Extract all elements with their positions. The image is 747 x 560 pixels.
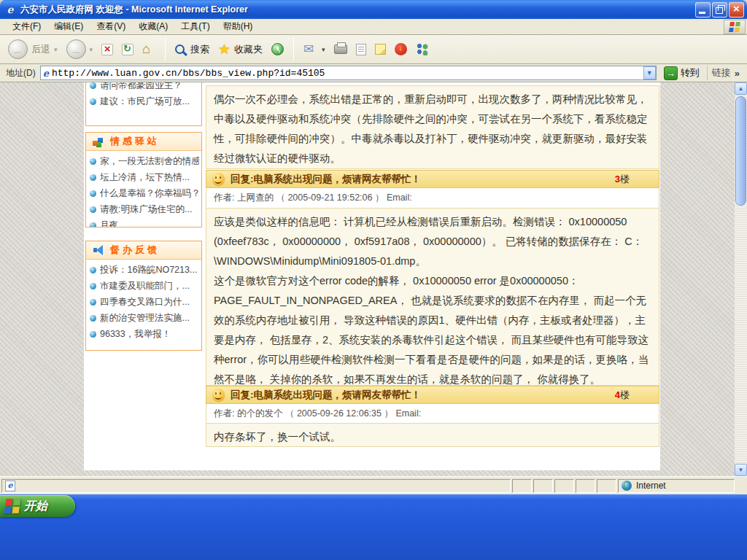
refresh-icon <box>122 44 133 55</box>
windows-flag-icon <box>4 499 21 513</box>
smiley-icon <box>212 389 225 401</box>
back-button[interactable]: ← 后退 ▾ <box>6 38 60 61</box>
author-line: 作者: 的个的发个 （ 2005-09-26 12:06:35 ） Email: <box>214 408 421 420</box>
download-badge-icon <box>395 43 407 55</box>
search-icon <box>175 44 185 54</box>
sidebar-link[interactable]: 请教:明珠广场住宅的... <box>90 201 199 217</box>
edit-button[interactable] <box>354 42 368 57</box>
address-field[interactable]: e ▼ <box>40 66 657 80</box>
printer-icon <box>334 44 347 54</box>
menu-favorites[interactable]: 收藏(A) <box>132 19 174 34</box>
sidebar-box-top: 请问帝都豪园业主？ 建议：市民广场可放... <box>85 82 202 126</box>
start-button[interactable]: 开始 <box>0 495 75 517</box>
stop-button[interactable] <box>99 42 115 57</box>
go-arrow-icon: → <box>664 66 678 80</box>
search-label: 搜索 <box>190 43 209 56</box>
sidebar-link[interactable]: 坛上冷清，坛下热情... <box>90 169 199 185</box>
links-menu[interactable]: 链接 » <box>707 66 744 80</box>
window-title: 六安市人民政府网 欢迎您 - Microsoft Internet Explor… <box>20 4 694 16</box>
reply-title: 回复:电脑系统出现问题，烦请网友帮帮忙！ <box>231 173 421 186</box>
sidebar-link[interactable]: 建议：市民广场可放... <box>90 93 199 109</box>
status-pane <box>576 479 595 493</box>
start-label: 开始 <box>24 499 47 514</box>
mail-icon <box>303 44 318 55</box>
download-tool-button[interactable] <box>392 42 409 57</box>
sidebar-link[interactable]: 家，一段无法割舍的情感 <box>90 153 199 169</box>
notes-button[interactable] <box>373 42 388 56</box>
sidebar-link[interactable]: 请问帝都豪园业主？ <box>90 82 199 93</box>
post-text: 应该是类似这样的信息吧： 计算机已经从检测错误后重新启动。检测错误： 0x100… <box>214 212 651 271</box>
forward-arrow-icon: → <box>66 39 86 59</box>
bullet-icon <box>90 82 96 89</box>
history-icon <box>271 43 284 55</box>
menu-tools[interactable]: 工具(T) <box>174 19 216 34</box>
sidebar-section-header: 督办反馈 <box>86 241 201 260</box>
home-button[interactable] <box>140 42 158 58</box>
favorites-button[interactable]: ★ 收藏夹 <box>216 41 265 58</box>
go-button[interactable]: → 转到 <box>661 66 703 81</box>
scroll-thumb[interactable] <box>735 96 746 206</box>
status-pane-main <box>1 479 511 493</box>
sidebar-link[interactable]: 新的治安管理法实施... <box>90 310 199 326</box>
messenger-button[interactable] <box>414 42 432 57</box>
sidebar-link[interactable]: 投诉：16路皖NO7213... <box>90 262 199 278</box>
status-pane <box>533 479 553 493</box>
address-dropdown-button[interactable]: ▼ <box>643 66 656 79</box>
bullet-icon <box>90 283 96 289</box>
home-icon <box>142 43 155 56</box>
sidebar-section-title: 情感驿站 <box>110 135 160 148</box>
sidebar-link[interactable]: 月夜 <box>90 217 199 228</box>
menu-file[interactable]: 文件(F) <box>6 19 47 34</box>
sidebar-link[interactable]: 什么是幸福？你幸福吗？ <box>90 185 199 201</box>
address-input[interactable] <box>52 68 643 79</box>
floor-badge: 3楼 <box>615 173 630 186</box>
links-label: 链接 <box>712 66 731 79</box>
mail-dropdown-icon[interactable]: ▾ <box>322 46 325 53</box>
forward-button[interactable]: → ▾ <box>64 38 96 61</box>
bullet-icon <box>90 190 96 197</box>
back-dropdown-icon[interactable]: ▾ <box>54 46 58 53</box>
menu-view[interactable]: 查看(V) <box>90 19 132 34</box>
ie-logo-icon: e <box>4 4 16 15</box>
close-button[interactable] <box>729 2 744 18</box>
refresh-button[interactable] <box>120 42 136 57</box>
sidebar-link[interactable]: 四季春交叉路口为什... <box>90 294 199 310</box>
bullet-icon <box>90 222 96 228</box>
menu-help[interactable]: 帮助(H) <box>217 19 260 34</box>
scroll-up-button[interactable]: ▲ <box>735 82 747 95</box>
star-icon: ★ <box>218 42 231 56</box>
post-text: 偶尔一次不必理会，系统出错是正常的，重新启动即可，出现次数多了，两种情况比较常见… <box>214 90 651 168</box>
sidebar-section-header: 情感驿站 <box>86 133 201 151</box>
messenger-people-icon <box>416 43 430 55</box>
megaphone-icon <box>93 245 104 255</box>
sidebar-link[interactable]: 96333，我举报！ <box>90 326 199 342</box>
forward-dropdown-icon[interactable]: ▾ <box>90 46 93 53</box>
back-label: 后退 <box>31 43 50 56</box>
zone-label: Internet <box>636 481 666 491</box>
sidebar-section-emotions: 情感驿站 家，一段无法割舍的情感 坛上冷清，坛下热情... 什么是幸福？你幸福吗… <box>85 132 202 228</box>
print-button[interactable] <box>332 43 349 55</box>
smiley-icon <box>212 173 225 185</box>
sidebar-link[interactable]: 市建委及职能部门，... <box>90 278 199 294</box>
vertical-scrollbar[interactable]: ▲ ▼ <box>735 82 747 476</box>
post-text: 内存条坏了，换一个试试。 <box>214 427 651 447</box>
sidebar-section-title: 督办反馈 <box>110 244 160 257</box>
post-body-intro: 偶尔一次不必理会，系统出错是正常的，重新启动即可，出现次数多了，两种情况比较常见… <box>206 85 659 169</box>
floor-badge: 4楼 <box>615 389 630 402</box>
search-button[interactable]: 搜索 <box>173 42 212 58</box>
standard-toolbar: ← 后退 ▾ → ▾ 搜索 ★ 收藏夹 ▾ <box>0 35 747 64</box>
menu-edit[interactable]: 编辑(E) <box>47 19 90 34</box>
history-button[interactable] <box>269 42 286 57</box>
scroll-down-button[interactable]: ▼ <box>735 464 747 476</box>
windows-flag-icon <box>729 22 740 32</box>
bullet-icon <box>90 315 96 322</box>
minimize-button[interactable] <box>695 2 711 18</box>
browser-viewport: 请问帝都豪园业主？ 建议：市民广场可放... 情感驿站 家，一段无法割舍的情感 <box>0 82 747 476</box>
mail-button[interactable]: ▾ <box>301 43 328 56</box>
restore-button[interactable] <box>712 2 727 18</box>
sidebar-section-feedback: 督办反馈 投诉：16路皖NO7213... 市建委及职能部门，... 四季春交叉… <box>85 241 202 351</box>
sticky-note-icon <box>375 44 386 55</box>
author-row-3: 作者: 上网查的 （ 2005-09-21 19:52:06 ） Email: <box>206 188 659 208</box>
post-body-4: 内存条坏了，换一个试试。 <box>206 423 659 447</box>
bullet-icon <box>90 158 96 165</box>
